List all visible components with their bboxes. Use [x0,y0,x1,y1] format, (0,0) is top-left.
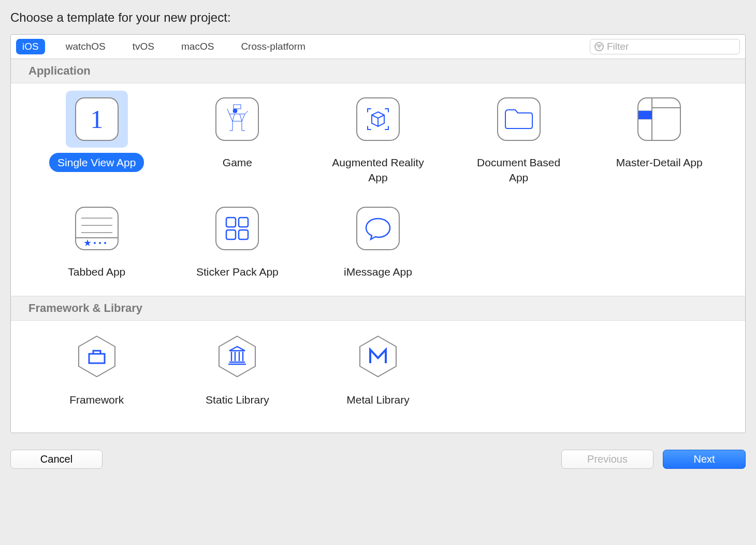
template-document-app[interactable]: Document Based App [448,91,589,188]
filter-icon [594,42,604,51]
platform-tab-cross[interactable]: Cross-platform [235,39,312,54]
template-label: Game [214,153,260,172]
svg-point-5 [233,109,237,113]
template-label: Metal Library [338,390,417,409]
template-single-view-app[interactable]: 1 Single View App [26,91,167,188]
dialog-title: Choose a template for your new project: [10,10,746,25]
svg-rect-26 [89,354,105,363]
framework-icon [66,328,128,385]
metal-library-icon [347,328,409,385]
template-label: Document Based App [464,153,573,188]
template-label: Tabbed App [60,262,134,281]
dialog-buttons: Cancel Previous Next [10,450,746,469]
imessage-icon [347,200,409,257]
sticker-pack-icon [206,200,268,257]
template-game[interactable]: Game [167,91,308,188]
svg-text:★: ★ [83,238,92,248]
previous-button: Previous [561,450,653,469]
tabbed-icon: ★ [66,200,128,257]
static-library-icon [206,328,268,385]
platform-toolbar: iOS watchOS tvOS macOS Cross-platform [11,35,745,59]
cancel-button[interactable]: Cancel [10,450,103,469]
svg-rect-12 [638,111,652,119]
svg-marker-25 [79,336,115,377]
svg-rect-23 [226,230,236,239]
new-project-dialog: Choose a template for your new project: … [10,10,746,469]
template-label: Static Library [197,390,278,409]
template-master-detail-app[interactable]: Master-Detail App [589,91,730,188]
application-grid: 1 Single View App [11,83,745,296]
svg-point-18 [94,242,96,244]
svg-point-20 [104,242,106,244]
template-imessage-app[interactable]: iMessage App [308,200,448,281]
template-framework[interactable]: Framework [26,328,167,409]
platform-tab-macos[interactable]: macOS [175,39,220,54]
platform-tab-ios[interactable]: iOS [16,39,45,54]
master-detail-icon [628,91,690,148]
template-tabbed-app[interactable]: ★ Tabbed App [26,200,167,281]
template-static-library[interactable]: Static Library [167,328,308,409]
svg-rect-4 [234,105,241,109]
svg-marker-27 [219,336,255,377]
next-button[interactable]: Next [663,450,746,469]
framework-grid: Framework [11,321,745,432]
template-label: Master-Detail App [608,153,711,172]
ar-icon [347,91,409,148]
platform-tab-tvos[interactable]: tvOS [126,39,161,54]
svg-marker-34 [360,336,396,377]
filter-field[interactable] [590,39,740,54]
folder-icon [488,91,550,148]
template-panel: iOS watchOS tvOS macOS Cross-platform Ap… [10,34,746,433]
filter-input[interactable] [604,41,735,52]
single-view-app-icon: 1 [66,91,128,148]
template-metal-library[interactable]: Metal Library [308,328,448,409]
svg-rect-24 [239,230,248,239]
svg-line-6 [232,114,235,121]
template-label: iMessage App [336,262,420,281]
template-label: Framework [61,390,132,409]
section-header-application: Application [11,59,745,83]
svg-line-7 [240,114,242,121]
section-header-framework: Framework & Library [11,296,745,321]
template-sticker-pack-app[interactable]: Sticker Pack App [167,200,308,281]
template-label: Augmented Reality App [324,153,432,188]
platform-tabs: iOS watchOS tvOS macOS Cross-platform [16,39,312,54]
svg-rect-21 [226,218,236,227]
template-label: Sticker Pack App [188,262,287,281]
template-label: Single View App [49,153,144,172]
platform-tab-watchos[interactable]: watchOS [60,39,112,54]
template-ar-app[interactable]: Augmented Reality App [308,91,448,188]
svg-rect-22 [239,218,248,227]
svg-point-19 [99,242,101,244]
game-icon [206,91,268,148]
